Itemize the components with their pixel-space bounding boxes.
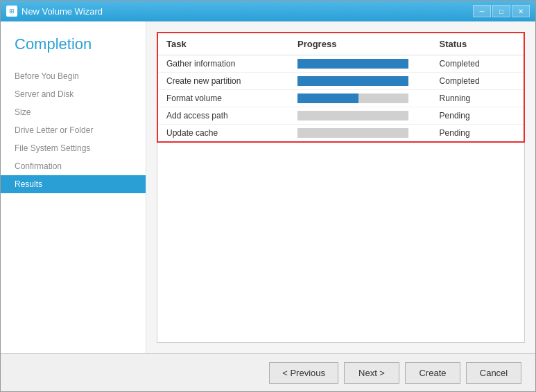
table-row: Add access pathPending: [158, 107, 524, 125]
progress-bar-bg: [297, 59, 408, 69]
progress-bar-fill: [297, 93, 358, 103]
sidebar-item-confirmation[interactable]: Confirmation: [1, 157, 146, 175]
sidebar: Completion Before You Begin Server and D…: [1, 21, 146, 353]
task-name: Create new partition: [158, 73, 289, 90]
progress-bar-fill: [297, 59, 408, 69]
close-button[interactable]: ✕: [512, 5, 530, 17]
sidebar-item-file-system[interactable]: File System Settings: [1, 139, 146, 157]
task-name: Gather information: [158, 55, 289, 73]
progress-bar-bg: [297, 128, 408, 138]
sidebar-item-before-you-begin[interactable]: Before You Begin: [1, 67, 146, 85]
task-name: Format volume: [158, 90, 289, 107]
sidebar-item-server-and-disk[interactable]: Server and Disk: [1, 85, 146, 103]
col-header-task: Task: [158, 33, 289, 55]
table-row: Gather informationCompleted: [158, 55, 524, 73]
results-empty-area: [157, 143, 525, 343]
task-table-container: Task Progress Status Gather informationC…: [157, 32, 525, 143]
window-title: New Volume Wizard: [21, 6, 103, 17]
task-progress-cell: [289, 125, 431, 142]
progress-bar-bg: [297, 93, 408, 103]
wizard-window: ⊞ New Volume Wizard ─ □ ✕ Completion Bef…: [0, 0, 536, 392]
progress-bar-fill: [297, 76, 408, 86]
create-button[interactable]: Create: [405, 362, 460, 384]
footer: < Previous Next > Create Cancel: [1, 353, 535, 391]
table-row: Format volumeRunning: [158, 90, 524, 107]
content-area: Completion Before You Begin Server and D…: [1, 21, 535, 353]
task-name: Update cache: [158, 125, 289, 142]
table-row: Update cachePending: [158, 125, 524, 142]
window-controls: ─ □ ✕: [473, 5, 530, 17]
sidebar-item-size[interactable]: Size: [1, 103, 146, 121]
table-row: Create new partitionCompleted: [158, 73, 524, 90]
task-status: Completed: [431, 55, 524, 73]
next-button[interactable]: Next >: [344, 362, 399, 384]
cancel-button[interactable]: Cancel: [466, 362, 521, 384]
title-bar: ⊞ New Volume Wizard ─ □ ✕: [1, 1, 535, 21]
task-status: Pending: [431, 125, 524, 142]
title-bar-left: ⊞ New Volume Wizard: [6, 6, 103, 17]
previous-button[interactable]: < Previous: [269, 362, 338, 384]
task-progress-cell: [289, 107, 431, 125]
progress-bar-bg: [297, 76, 408, 86]
task-name: Add access path: [158, 107, 289, 125]
main-wrapper: Task Progress Status Gather informationC…: [146, 21, 535, 353]
minimize-button[interactable]: ─: [473, 5, 491, 17]
task-status: Pending: [431, 107, 524, 125]
sidebar-item-results[interactable]: Results: [1, 175, 146, 193]
app-icon: ⊞: [6, 6, 17, 17]
task-progress-cell: [289, 73, 431, 90]
task-progress-cell: [289, 90, 431, 107]
sidebar-heading: Completion: [1, 35, 146, 67]
sidebar-item-drive-letter[interactable]: Drive Letter or Folder: [1, 121, 146, 139]
task-status: Running: [431, 90, 524, 107]
maximize-button[interactable]: □: [492, 5, 510, 17]
progress-bar-bg: [297, 111, 408, 121]
main-area: Task Progress Status Gather informationC…: [146, 21, 535, 353]
col-header-progress: Progress: [289, 33, 431, 55]
task-progress-cell: [289, 55, 431, 73]
task-status: Completed: [431, 73, 524, 90]
col-header-status: Status: [431, 33, 524, 55]
task-table: Task Progress Status Gather informationC…: [158, 33, 524, 141]
